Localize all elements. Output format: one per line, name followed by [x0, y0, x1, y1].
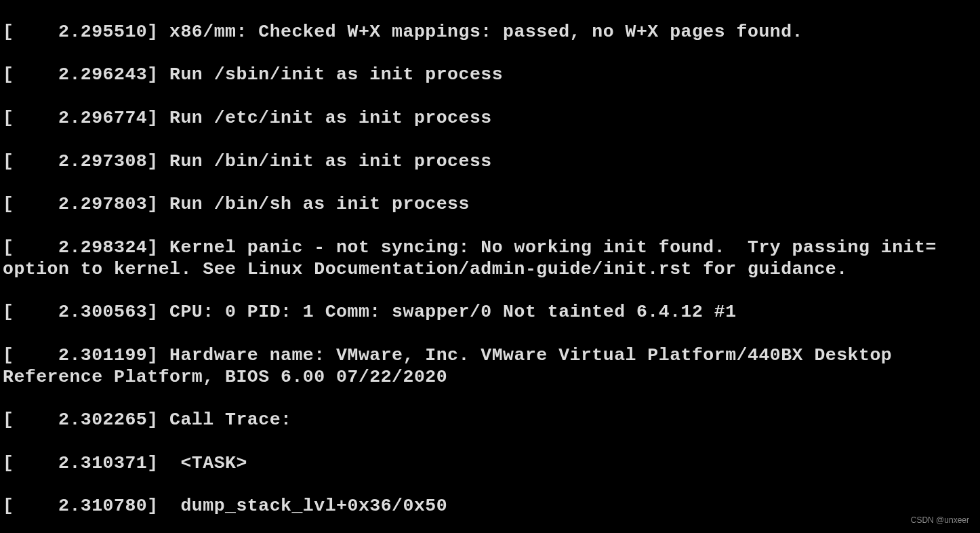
log-line: [ 2.302265] Call Trace:	[3, 410, 977, 431]
watermark-text: CSDN @unxeer	[911, 515, 969, 525]
terminal-output: [ 2.295510] x86/mm: Checked W+X mappings…	[0, 0, 980, 533]
log-line: [ 2.297308] Run /bin/init as init proces…	[3, 151, 977, 173]
log-line: [ 2.297803] Run /bin/sh as init process	[3, 194, 977, 216]
log-line: [ 2.296774] Run /etc/init as init proces…	[3, 108, 977, 130]
log-line: [ 2.310780] dump_stack_lvl+0x36/0x50	[3, 496, 977, 517]
log-line: [ 2.300563] CPU: 0 PID: 1 Comm: swapper/…	[3, 302, 977, 323]
log-line: [ 2.295510] x86/mm: Checked W+X mappings…	[3, 22, 977, 43]
log-line: [ 2.296243] Run /sbin/init as init proce…	[3, 64, 977, 86]
log-line: [ 2.310371] <TASK>	[3, 453, 977, 475]
log-line: [ 2.298324] Kernel panic - not syncing: …	[3, 237, 977, 281]
log-line: [ 2.301199] Hardware name: VMware, Inc. …	[3, 345, 977, 389]
